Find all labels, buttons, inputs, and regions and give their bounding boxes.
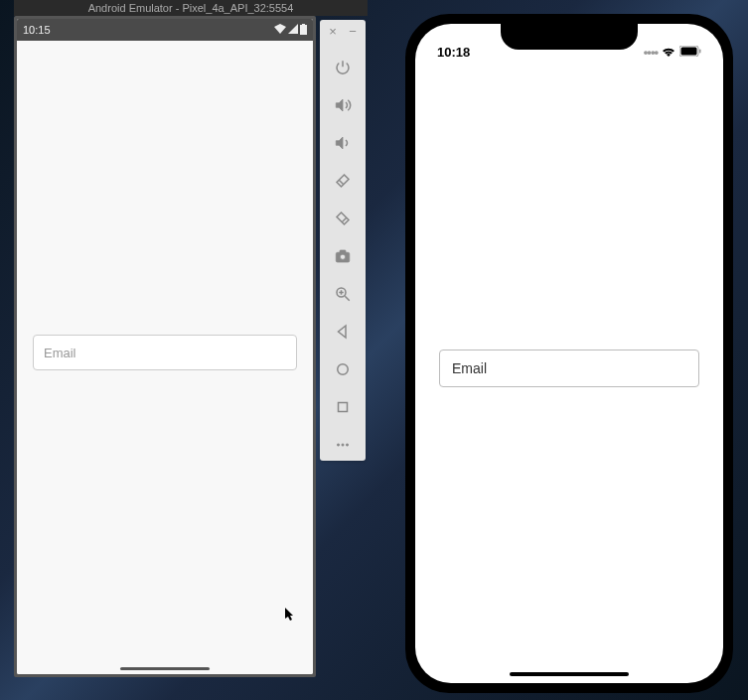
zoom-button[interactable] [333,284,353,304]
minimize-button[interactable]: − [348,26,358,36]
svg-rect-16 [699,50,701,54]
cellular-icon: •••• [644,45,658,60]
android-nav-indicator[interactable] [120,667,210,670]
svg-rect-1 [300,25,307,35]
svg-point-12 [342,444,344,446]
battery-icon [679,45,701,60]
svg-point-3 [340,254,345,259]
iphone-app-content [415,64,723,683]
iphone-status-icons: •••• [644,45,701,60]
android-time: 10:15 [23,24,51,36]
iphone-notch [501,24,638,50]
back-button[interactable] [333,322,353,342]
svg-rect-4 [340,250,346,253]
android-device-frame: 10:15 [14,16,316,677]
volume-down-button[interactable] [333,133,353,153]
iphone-screen: 10:18 •••• [415,24,723,683]
battery-icon [300,24,307,37]
iphone-device-frame: 10:18 •••• [405,14,733,693]
screenshot-button[interactable] [333,246,353,266]
volume-up-button[interactable] [333,95,353,115]
svg-line-6 [345,296,350,301]
more-button[interactable] [333,435,353,455]
rotate-right-button[interactable] [333,209,353,228]
signal-icon [288,24,298,36]
android-window-title: Android Emulator - Pixel_4a_API_32:5554 [14,0,368,16]
svg-point-13 [346,444,348,446]
overview-button[interactable] [333,397,353,417]
iphone-time: 10:18 [437,45,470,60]
svg-rect-0 [302,24,305,25]
email-input[interactable] [439,350,699,387]
mouse-cursor [285,608,295,625]
home-button[interactable] [333,359,353,379]
svg-rect-10 [339,403,348,412]
svg-rect-15 [681,48,697,56]
home-indicator[interactable] [510,672,629,676]
email-input[interactable] [33,335,297,370]
close-button[interactable]: × [328,26,338,36]
rotate-left-button[interactable] [333,171,353,191]
wifi-icon [274,24,286,36]
svg-point-11 [337,444,339,446]
svg-point-9 [338,364,349,375]
android-status-icons [274,24,307,37]
android-screen: 10:15 [17,19,313,674]
wifi-icon [662,45,675,60]
android-app-content [17,41,313,674]
android-statusbar: 10:15 [17,19,313,41]
emulator-toolbar: × − [320,20,366,461]
android-emulator-window: Android Emulator - Pixel_4a_API_32:5554 … [14,0,368,677]
power-button[interactable] [333,58,353,77]
